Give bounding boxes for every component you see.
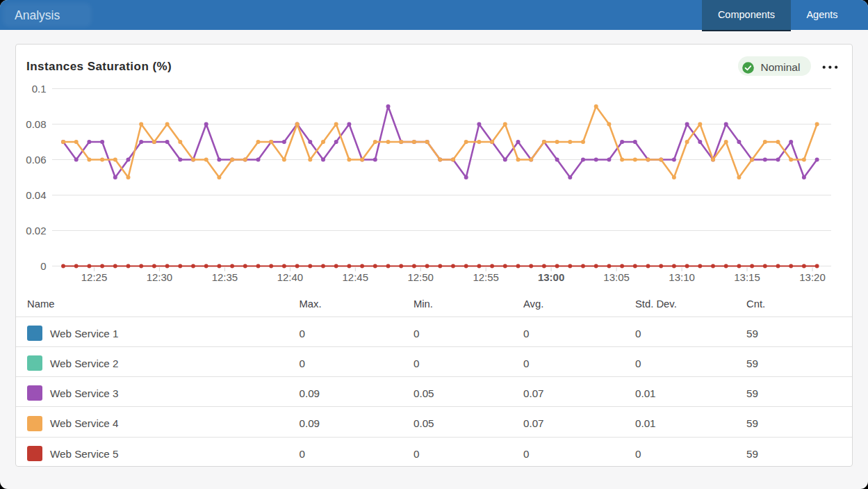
svg-text:0.1: 0.1 [32,83,47,95]
svg-text:12:30: 12:30 [147,271,173,283]
svg-text:0: 0 [40,260,46,272]
svg-text:12:35: 12:35 [212,271,238,283]
svg-text:12:50: 12:50 [407,271,434,283]
svg-text:12:55: 12:55 [473,271,499,283]
svg-text:0.02: 0.02 [26,225,46,237]
svg-text:13:05: 13:05 [603,271,630,283]
svg-text:12:45: 12:45 [343,271,369,283]
svg-text:0.06: 0.06 [26,154,46,166]
svg-text:0.04: 0.04 [26,189,46,201]
svg-text:12:40: 12:40 [277,271,304,283]
svg-text:13:20: 13:20 [799,271,826,283]
svg-text:13:10: 13:10 [669,271,695,283]
svg-text:12:25: 12:25 [81,271,108,283]
svg-text:13:15: 13:15 [734,271,760,283]
svg-text:0.08: 0.08 [26,118,46,130]
svg-text:13:00: 13:00 [538,271,564,283]
